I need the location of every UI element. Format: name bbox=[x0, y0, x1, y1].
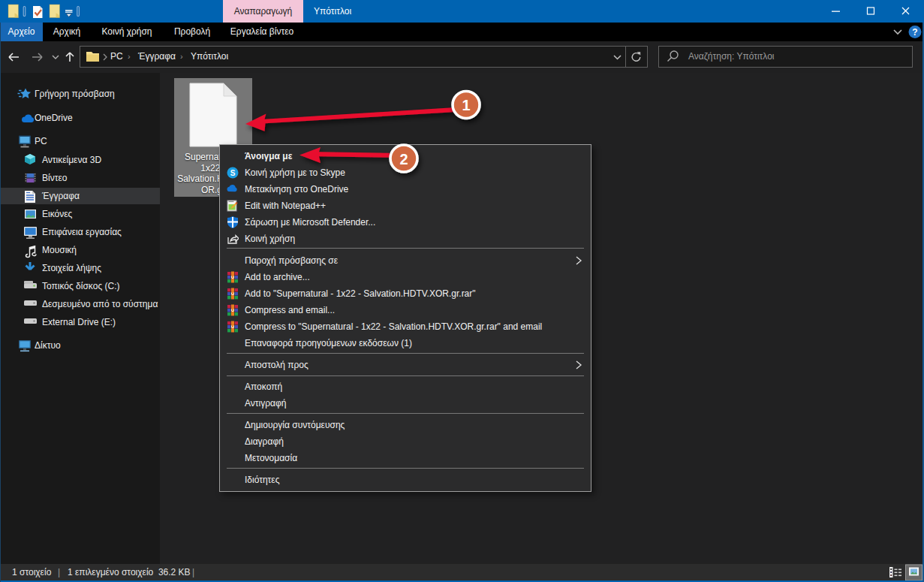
svg-text:2: 2 bbox=[399, 151, 408, 167]
svg-text:1: 1 bbox=[462, 97, 470, 113]
